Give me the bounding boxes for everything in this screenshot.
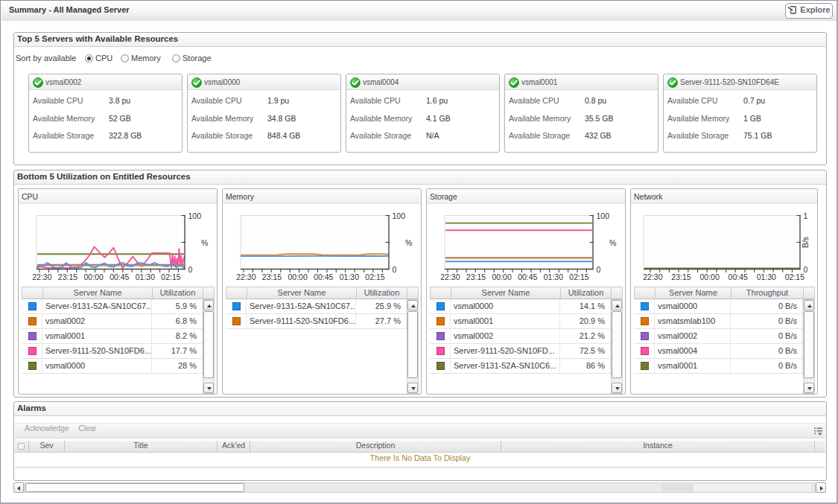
svg-text:0: 0 <box>393 265 397 274</box>
svg-text:01:30: 01:30 <box>544 272 563 281</box>
svg-text:00:00: 00:00 <box>699 272 719 281</box>
svg-text:00:00: 00:00 <box>288 272 307 281</box>
svg-text:%: % <box>405 238 412 247</box>
svg-text:00:45: 00:45 <box>729 272 748 281</box>
svg-text:01:30: 01:30 <box>757 272 776 281</box>
svg-text:02:15: 02:15 <box>569 272 588 281</box>
svg-text:100: 100 <box>597 211 610 220</box>
svg-text:00:00: 00:00 <box>83 272 103 281</box>
svg-text:02:15: 02:15 <box>161 272 180 281</box>
svg-text:22:30: 22:30 <box>32 272 51 281</box>
svg-text:100: 100 <box>393 211 406 220</box>
svg-text:23:15: 23:15 <box>262 272 282 281</box>
svg-text:1: 1 <box>804 211 808 220</box>
svg-text:%: % <box>201 238 208 247</box>
svg-text:02:15: 02:15 <box>785 272 804 281</box>
svg-text:01:30: 01:30 <box>340 272 359 281</box>
svg-text:0: 0 <box>188 265 193 274</box>
svg-text:02:15: 02:15 <box>365 272 384 281</box>
svg-text:22:30: 22:30 <box>440 272 460 281</box>
svg-text:00:45: 00:45 <box>314 272 333 281</box>
svg-text:22:30: 22:30 <box>236 272 255 281</box>
svg-text:23:15: 23:15 <box>671 272 691 281</box>
svg-text:22:30: 22:30 <box>643 272 662 281</box>
svg-text:B/s: B/s <box>801 237 810 248</box>
svg-text:%: % <box>609 238 616 247</box>
svg-text:23:15: 23:15 <box>58 272 77 281</box>
svg-text:00:45: 00:45 <box>109 272 129 281</box>
svg-text:01:30: 01:30 <box>136 272 155 281</box>
svg-text:23:15: 23:15 <box>466 272 486 281</box>
svg-text:00:45: 00:45 <box>518 272 537 281</box>
svg-text:0: 0 <box>597 265 601 274</box>
svg-text:100: 100 <box>188 211 202 220</box>
svg-text:00:00: 00:00 <box>492 272 511 281</box>
